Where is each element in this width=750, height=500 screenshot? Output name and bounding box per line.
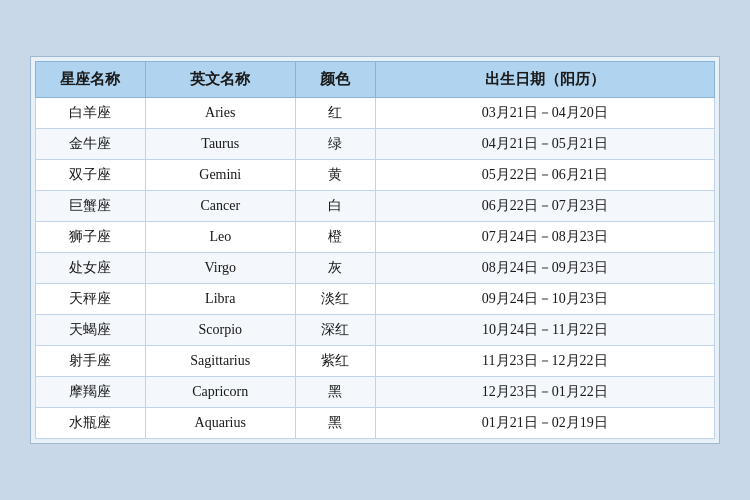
cell-color: 黑	[295, 377, 375, 408]
cell-chinese: 摩羯座	[36, 377, 146, 408]
cell-chinese: 水瓶座	[36, 408, 146, 439]
cell-english: Cancer	[145, 191, 295, 222]
cell-chinese: 天蝎座	[36, 315, 146, 346]
cell-date: 04月21日－05月21日	[375, 129, 714, 160]
table-row: 摩羯座Capricorn黑12月23日－01月22日	[36, 377, 715, 408]
table-row: 狮子座Leo橙07月24日－08月23日	[36, 222, 715, 253]
cell-date: 09月24日－10月23日	[375, 284, 714, 315]
table-row: 处女座Virgo灰08月24日－09月23日	[36, 253, 715, 284]
cell-chinese: 双子座	[36, 160, 146, 191]
header-english: 英文名称	[145, 62, 295, 98]
cell-chinese: 天秤座	[36, 284, 146, 315]
table-row: 白羊座Aries红03月21日－04月20日	[36, 98, 715, 129]
table-container: 星座名称 英文名称 颜色 出生日期（阳历） 白羊座Aries红03月21日－04…	[30, 56, 720, 444]
cell-color: 紫红	[295, 346, 375, 377]
cell-date: 08月24日－09月23日	[375, 253, 714, 284]
table-row: 天蝎座Scorpio深红10月24日－11月22日	[36, 315, 715, 346]
cell-color: 深红	[295, 315, 375, 346]
cell-date: 11月23日－12月22日	[375, 346, 714, 377]
cell-date: 03月21日－04月20日	[375, 98, 714, 129]
cell-chinese: 金牛座	[36, 129, 146, 160]
cell-english: Aries	[145, 98, 295, 129]
header-date: 出生日期（阳历）	[375, 62, 714, 98]
cell-color: 淡红	[295, 284, 375, 315]
cell-english: Taurus	[145, 129, 295, 160]
table-row: 巨蟹座Cancer白06月22日－07月23日	[36, 191, 715, 222]
table-row: 水瓶座Aquarius黑01月21日－02月19日	[36, 408, 715, 439]
cell-color: 绿	[295, 129, 375, 160]
cell-date: 10月24日－11月22日	[375, 315, 714, 346]
cell-english: Sagittarius	[145, 346, 295, 377]
header-chinese: 星座名称	[36, 62, 146, 98]
cell-english: Libra	[145, 284, 295, 315]
table-row: 天秤座Libra淡红09月24日－10月23日	[36, 284, 715, 315]
table-row: 金牛座Taurus绿04月21日－05月21日	[36, 129, 715, 160]
cell-color: 白	[295, 191, 375, 222]
zodiac-table: 星座名称 英文名称 颜色 出生日期（阳历） 白羊座Aries红03月21日－04…	[35, 61, 715, 439]
table-row: 射手座Sagittarius紫红11月23日－12月22日	[36, 346, 715, 377]
cell-chinese: 狮子座	[36, 222, 146, 253]
cell-color: 黑	[295, 408, 375, 439]
cell-chinese: 处女座	[36, 253, 146, 284]
table-header-row: 星座名称 英文名称 颜色 出生日期（阳历）	[36, 62, 715, 98]
table-row: 双子座Gemini黄05月22日－06月21日	[36, 160, 715, 191]
cell-chinese: 白羊座	[36, 98, 146, 129]
cell-chinese: 射手座	[36, 346, 146, 377]
header-color: 颜色	[295, 62, 375, 98]
cell-color: 橙	[295, 222, 375, 253]
cell-english: Virgo	[145, 253, 295, 284]
cell-chinese: 巨蟹座	[36, 191, 146, 222]
cell-color: 灰	[295, 253, 375, 284]
cell-date: 01月21日－02月19日	[375, 408, 714, 439]
cell-english: Scorpio	[145, 315, 295, 346]
cell-english: Aquarius	[145, 408, 295, 439]
cell-date: 05月22日－06月21日	[375, 160, 714, 191]
cell-color: 红	[295, 98, 375, 129]
cell-english: Capricorn	[145, 377, 295, 408]
cell-english: Leo	[145, 222, 295, 253]
cell-date: 07月24日－08月23日	[375, 222, 714, 253]
cell-color: 黄	[295, 160, 375, 191]
cell-english: Gemini	[145, 160, 295, 191]
cell-date: 12月23日－01月22日	[375, 377, 714, 408]
cell-date: 06月22日－07月23日	[375, 191, 714, 222]
